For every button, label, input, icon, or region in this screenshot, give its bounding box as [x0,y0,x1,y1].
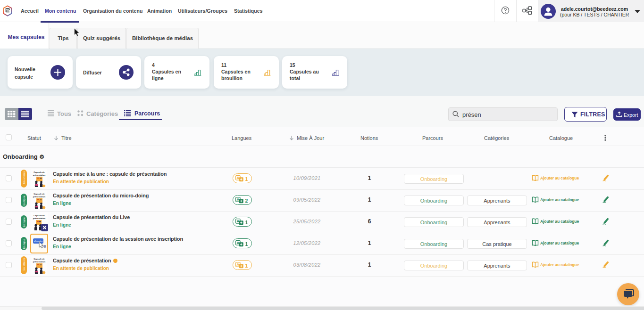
svg-text:s'inscrire: s'inscrire [34,240,43,242]
svg-text:Capsule de: Capsule de [33,258,45,260]
svg-text:A: A [236,241,239,245]
svg-text:présentation: présentation [33,217,46,220]
svg-text:A: A [236,176,239,180]
svg-text:présentation: présentation [33,174,46,176]
svg-text:Capsule de: Capsule de [33,214,45,217]
svg-text:présentation: présentation [33,196,46,198]
svg-text:Capsule de: Capsule de [33,171,45,173]
svg-text:A: A [236,197,239,202]
svg-text:Capsule de: Capsule de [33,193,45,195]
svg-text:A: A [236,262,239,267]
svg-text:présentation: présentation [33,261,46,263]
svg-text:A: A [236,219,239,223]
